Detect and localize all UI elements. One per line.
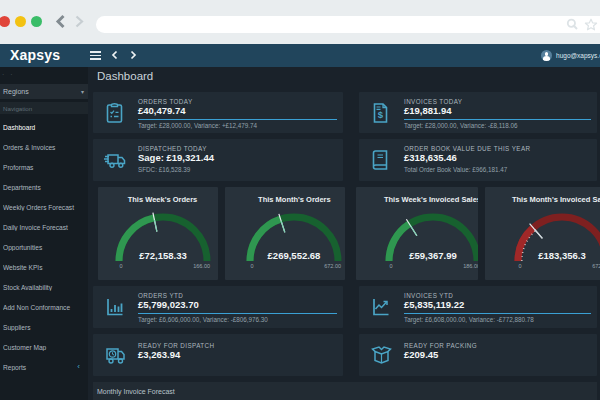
sidebar-item-label: Opportunities [3,244,82,251]
sidebar-item-proformas[interactable]: Proformas [0,157,88,177]
sidebar-item-reports[interactable]: Reports‹ [0,357,88,377]
sidebar-item-dashboard[interactable]: Dashboard [0,117,88,137]
hamburger-bar [90,58,101,60]
stat-card-label: DISPATCHED TODAY [138,145,337,152]
window-minimize-button[interactable] [15,16,26,27]
sidebar-item-weekly-orders-forecast[interactable]: Weekly Orders Forecast [0,197,88,217]
sidebar-item-website-kpis[interactable]: Website KPIs [0,257,88,277]
stat-card-orders-ytd: ORDERS YTD£5,799,023.70Target: £6,606,00… [93,286,343,328]
stat-card-label: ORDER BOOK VALUE DUE THIS YEAR [404,145,591,152]
stat-card-body: ORDERS YTD£5,799,023.70Target: £6,606,00… [138,286,337,328]
sidebar-item-label: Stock Availability [3,284,82,291]
sidebar-item-suppliers[interactable]: Suppliers [0,317,88,337]
sidebar-item-daily-invoice-forecast[interactable]: Daily Invoice Forecast [0,217,88,237]
sidebar: · · Regions ▾ Navigation DashboardOrders… [0,67,88,400]
monthly-invoice-forecast-panel: Monthly Invoice Forecast [93,382,597,400]
stat-card-value: £318,635.46 [404,152,591,163]
browser-forward-icon[interactable] [72,14,86,29]
sidebar-item-stock-availability[interactable]: Stock Availability [0,277,88,297]
stat-card-target-line: Target: £6,608,000.00, Variance: -£772,8… [404,316,591,323]
sidebar-top-dots: · · [2,71,15,78]
stat-card-value: £5,835,119.22 [404,299,591,310]
gauge-chart: £183,356.3 0 672.00 [497,209,600,280]
gauge-min-label: 0 [251,263,254,269]
user-email: hugo@xapsys.co [556,52,600,59]
clipboard-check-icon [104,101,125,124]
gauge-title: This Week's Invoiced Sales [368,195,478,204]
chevron-left-icon: ‹ [77,363,82,371]
stat-card-value: £40,479.74 [138,105,337,116]
sidebar-item-label: Customer Map [3,344,82,351]
gauge-value: £59,367.99 [409,250,457,261]
invoice-document-icon-svg: $ [370,101,391,124]
gauge-title: This Week's Orders [98,195,218,204]
gauge-canvas: This Month's Invoiced Sales £183,356.3 0… [497,193,600,280]
menu-hamburger-icon[interactable] [90,51,101,60]
sidebar-item-label: Departments [3,184,82,191]
sidebar-item-opportunities[interactable]: Opportunities [0,237,88,257]
sidebar-item-customer-map[interactable]: Customer Map [0,337,88,357]
app-header: Xapsys hugo@xapsys.co [0,44,600,67]
gauge-min-label: 0 [389,263,392,269]
window-close-button[interactable] [0,16,10,27]
truck-fast-icon [104,149,125,172]
truck-fast-icon-svg [104,149,127,172]
stat-card-body: READY FOR PACKING£209.45 [404,334,591,376]
stat-card-divider [404,119,591,120]
hamburger-bar [90,55,101,57]
sidebar-item-label: Daily Invoice Forecast [3,224,82,231]
gauge-title: This Month's Orders [229,195,345,204]
gauge-card-this-months-orders: This Month's Orders £269,552.68 0 672.00 [225,187,345,280]
search-icon[interactable] [566,18,579,31]
invoice-document-icon: $ [370,101,391,124]
user-account-button[interactable]: hugo@xapsys.co [541,44,600,67]
browser-back-icon[interactable] [54,14,68,29]
regions-dropdown[interactable]: Regions ▾ [0,84,88,99]
navigation-section-header: Navigation [0,102,88,114]
sidebar-item-label: Dashboard [3,124,82,131]
gauge-card-this-weeks-orders: This Week's Orders £72,158.33 0 166.00 [98,187,218,280]
regions-label: Regions [0,88,81,95]
bar-chart-icon-svg [104,295,125,318]
sidebar-item-orders-invoices[interactable]: Orders & Invoices [0,137,88,157]
line-chart-icon-svg [370,295,391,318]
navigation-section-label: Navigation [0,105,32,112]
bookmark-star-icon[interactable] [584,18,598,32]
gauge-card-this-months-invoiced-sales: This Month's Invoiced Sales £183,356.3 0… [485,187,600,280]
avatar-head-shape [545,52,549,56]
book-icon-svg [370,149,391,172]
gauge-canvas: This Week's Invoiced Sales £59,367.99 0 … [368,193,478,280]
address-bar[interactable] [96,16,600,33]
hamburger-bar [90,51,101,53]
sidebar-item-label: Reports [3,364,77,371]
gauge-canvas: This Month's Orders £269,552.68 0 672.00 [229,193,345,280]
svg-text:$: $ [378,109,384,120]
sidebar-menu: DashboardOrders & InvoicesProformasDepar… [0,117,88,377]
page-title: Dashboard [97,70,153,82]
stat-card-label: INVOICES YTD [404,292,591,299]
truck-clock-icon [104,344,125,367]
sidebar-item-departments[interactable]: Departments [0,177,88,197]
gauge-max-label: 672.00 [592,263,600,269]
sidebar-item-label: Suppliers [3,324,82,331]
stat-card-sub-line: Total Order Book Value: £966,181.47 [404,166,591,173]
header-chevron-left-icon[interactable] [108,48,122,62]
sidebar-item-label: Weekly Orders Forecast [3,204,82,211]
stat-card-label: ORDERS YTD [138,292,337,299]
avatar-body-shape [543,56,551,61]
gauge-value: £269,552.68 [268,250,321,261]
stat-card-label: INVOICES TODAY [404,98,591,105]
stat-card-value: Sage: £19,321.44 [138,152,337,163]
gauge-chart: £72,158.33 0 166.00 [98,209,218,280]
gauge-min-label: 0 [119,263,122,269]
sidebar-item-label: Orders & Invoices [3,144,82,151]
user-avatar-icon [541,50,552,61]
gauge-max-label: 166.00 [193,263,210,269]
stat-card-order-book-value: ORDER BOOK VALUE DUE THIS YEAR£318,635.4… [359,139,597,181]
stat-card-value: £209.45 [404,349,591,360]
bar-chart-icon [104,295,125,318]
sidebar-item-add-non-conformance[interactable]: Add Non Conformance [0,297,88,317]
stat-card-sub-line: SFDC: £16,528.39 [138,166,337,173]
window-maximize-button[interactable] [31,16,42,27]
header-chevron-right-icon[interactable] [126,48,140,62]
